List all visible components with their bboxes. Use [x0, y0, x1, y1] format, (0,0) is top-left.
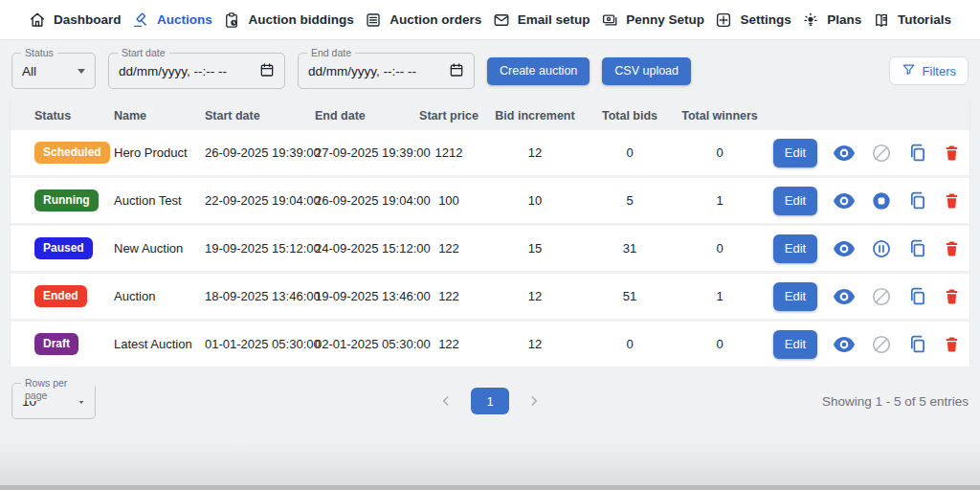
copy-icon[interactable] [907, 238, 927, 258]
funnel-icon [902, 62, 916, 79]
start-price: 122 [415, 337, 482, 351]
bid-increment: 10 [482, 193, 588, 208]
create-auction-button[interactable]: Create auction [487, 57, 590, 85]
total-bids: 31 [588, 241, 672, 256]
nav-auctions[interactable]: Auctions [132, 11, 212, 29]
table-row: Scheduled Hero Product 26-09-2025 19:39:… [11, 130, 969, 178]
start-price: 1212 [415, 145, 482, 160]
view-eye-icon[interactable] [833, 192, 856, 210]
table-row: Ended Auction 18-09-2025 13:46:00 19-09-… [11, 274, 969, 322]
calendar-icon[interactable] [259, 62, 275, 80]
bid-increment: 12 [482, 289, 588, 303]
page-number-button[interactable]: 1 [471, 388, 509, 414]
nav-plans[interactable]: Plans [802, 11, 861, 29]
stop-auction-icon[interactable] [871, 190, 892, 212]
nav-label: Settings [740, 12, 791, 27]
edit-button[interactable]: Edit [773, 187, 817, 215]
delete-trash-icon[interactable] [943, 191, 961, 210]
gavel-icon [132, 11, 149, 29]
bid-increment: 12 [482, 145, 588, 160]
prev-page-chevron-icon[interactable] [438, 393, 454, 409]
rows-per-page-select[interactable]: Rows per page 10 [11, 383, 96, 419]
end-date-placeholder: dd/mm/yyyy, --:-- -- [308, 64, 416, 78]
edit-button[interactable]: Edit [773, 139, 817, 167]
status-badge: Running [34, 189, 99, 212]
start-date-placeholder: dd/mm/yyyy, --:-- -- [119, 64, 227, 78]
edit-button[interactable]: Edit [773, 330, 817, 359]
start-date: 19-09-2025 15:12:00 [195, 241, 305, 256]
filters-button[interactable]: Filters [889, 56, 969, 85]
entries-summary: Showing 1 - 5 of 5 entries [822, 394, 969, 409]
column-header-total-bids: Total bids [588, 109, 672, 122]
pause-auction-icon[interactable] [871, 238, 892, 259]
edit-button[interactable]: Edit [773, 234, 817, 263]
total-winners: 0 [672, 145, 768, 160]
column-header-bid-increment: Bid increment [482, 109, 588, 122]
total-winners: 0 [672, 337, 768, 351]
copy-icon[interactable] [907, 334, 927, 354]
bulb-icon [802, 11, 819, 29]
nav-label: Dashboard [54, 12, 122, 27]
delete-trash-icon[interactable] [943, 335, 961, 353]
state-disabled-ban-icon [871, 143, 892, 164]
filters-button-label: Filters [923, 64, 956, 78]
start-price: 100 [415, 193, 482, 208]
view-eye-icon[interactable] [833, 288, 856, 305]
delete-trash-icon[interactable] [943, 287, 961, 305]
filter-bar: Status All Start date dd/mm/yyyy, --:-- … [11, 52, 969, 90]
column-header-start-date: Start date [195, 109, 305, 122]
copy-icon[interactable] [907, 143, 927, 163]
nav-auction-orders[interactable]: Auction orders [365, 11, 481, 29]
nav-penny-setup[interactable]: Penny Setup [601, 11, 704, 29]
nav-label: Tutorials [898, 12, 951, 27]
bottom-bar [0, 485, 980, 490]
total-bids: 0 [588, 145, 672, 160]
next-page-chevron-icon[interactable] [526, 393, 542, 409]
column-header-start-price: Start price [415, 109, 482, 122]
start-price: 122 [415, 241, 482, 256]
calendar-icon[interactable] [449, 62, 464, 80]
start-date-input[interactable]: Start date dd/mm/yyyy, --:-- -- [108, 53, 285, 89]
edit-button[interactable]: Edit [773, 282, 817, 311]
delete-trash-icon[interactable] [943, 239, 961, 257]
start-date: 01-01-2025 05:30:00 [195, 337, 305, 351]
bid-increment: 12 [482, 337, 588, 351]
auction-name: New Auction [114, 241, 195, 256]
state-disabled-ban-icon [871, 286, 892, 307]
nav-label: Auctions [157, 12, 212, 27]
delete-trash-icon[interactable] [943, 144, 961, 162]
status-badge: Scheduled [34, 142, 110, 164]
view-eye-icon[interactable] [833, 336, 856, 353]
bottom-gradient [0, 442, 980, 485]
column-header-status: Status [11, 109, 114, 122]
view-eye-icon[interactable] [833, 145, 856, 162]
nav-label: Penny Setup [626, 12, 704, 27]
nav-label: Plans [827, 12, 861, 27]
nav-email-setup[interactable]: Email setup [493, 11, 590, 29]
copy-icon[interactable] [907, 286, 927, 306]
nav-dashboard[interactable]: Dashboard [29, 11, 122, 29]
status-badge: Draft [34, 333, 78, 355]
nav-label: Email setup [518, 12, 590, 27]
end-date-input[interactable]: End date dd/mm/yyyy, --:-- -- [298, 53, 475, 89]
status-select-value: All [22, 64, 36, 78]
banknote-icon [601, 11, 618, 29]
start-date-label: Start date [118, 47, 169, 59]
column-header-name: Name [114, 109, 195, 122]
total-bids: 5 [588, 193, 672, 208]
total-winners: 1 [672, 289, 768, 303]
total-winners: 1 [672, 193, 768, 208]
orders-list-icon [365, 11, 382, 29]
nav-settings[interactable]: Settings [715, 11, 791, 29]
copy-icon[interactable] [907, 190, 927, 211]
end-date: 02-01-2025 05:30:00 [305, 337, 415, 351]
status-select[interactable]: Status All [11, 53, 96, 89]
auctions-table: Status Name Start date End date Start pr… [10, 101, 970, 369]
start-price: 122 [415, 289, 482, 303]
nav-auction-biddings[interactable]: Auction biddings [223, 11, 353, 29]
csv-upload-button[interactable]: CSV upload [602, 57, 691, 85]
column-header-end-date: End date [305, 109, 415, 122]
view-eye-icon[interactable] [833, 240, 856, 257]
nav-tutorials[interactable]: Tutorials [873, 11, 951, 29]
home-icon [29, 11, 46, 29]
